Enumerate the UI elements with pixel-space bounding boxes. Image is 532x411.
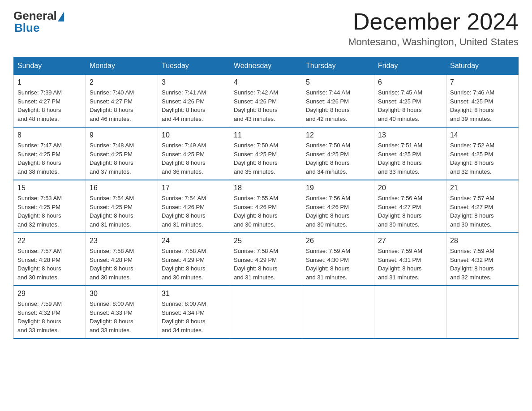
calendar-cell: 31 Sunrise: 8:00 AM Sunset: 4:34 PM Dayl… <box>158 286 230 338</box>
calendar-cell: 2 Sunrise: 7:40 AM Sunset: 4:27 PM Dayli… <box>86 75 158 128</box>
day-info: Sunrise: 8:00 AM Sunset: 4:34 PM Dayligh… <box>162 300 226 334</box>
day-number: 5 <box>306 78 370 86</box>
calendar-cell: 12 Sunrise: 7:50 AM Sunset: 4:25 PM Dayl… <box>302 127 374 180</box>
day-number: 15 <box>17 184 82 192</box>
header-monday: Monday <box>86 57 158 75</box>
day-number: 30 <box>90 290 154 298</box>
day-number: 3 <box>162 78 226 86</box>
day-number: 13 <box>378 131 442 139</box>
calendar-cell: 10 Sunrise: 7:49 AM Sunset: 4:25 PM Dayl… <box>158 127 230 180</box>
month-title: December 2024 <box>348 9 519 34</box>
day-number: 29 <box>17 290 82 298</box>
header-sunday: Sunday <box>14 57 86 75</box>
day-info: Sunrise: 7:59 AM Sunset: 4:32 PM Dayligh… <box>17 300 82 334</box>
calendar-cell: 7 Sunrise: 7:46 AM Sunset: 4:25 PM Dayli… <box>446 75 519 128</box>
day-info: Sunrise: 7:44 AM Sunset: 4:26 PM Dayligh… <box>306 88 370 123</box>
day-info: Sunrise: 7:46 AM Sunset: 4:25 PM Dayligh… <box>450 88 515 123</box>
week-row-2: 8 Sunrise: 7:47 AM Sunset: 4:25 PM Dayli… <box>14 127 519 180</box>
week-row-5: 29 Sunrise: 7:59 AM Sunset: 4:32 PM Dayl… <box>14 286 519 338</box>
day-info: Sunrise: 7:45 AM Sunset: 4:25 PM Dayligh… <box>378 88 442 123</box>
day-number: 23 <box>90 237 154 245</box>
day-number: 7 <box>450 78 515 86</box>
day-number: 26 <box>306 237 370 245</box>
title-section: December 2024 Montesano, Washington, Uni… <box>348 9 519 48</box>
day-number: 16 <box>90 184 154 192</box>
day-number: 1 <box>17 78 82 86</box>
day-info: Sunrise: 8:00 AM Sunset: 4:33 PM Dayligh… <box>90 300 154 334</box>
day-info: Sunrise: 7:57 AM Sunset: 4:28 PM Dayligh… <box>17 247 82 282</box>
calendar-cell: 4 Sunrise: 7:42 AM Sunset: 4:26 PM Dayli… <box>230 75 302 128</box>
header-friday: Friday <box>374 57 446 75</box>
calendar-cell: 28 Sunrise: 7:59 AM Sunset: 4:32 PM Dayl… <box>446 233 519 286</box>
calendar-table: SundayMondayTuesdayWednesdayThursdayFrid… <box>13 57 519 339</box>
calendar-cell: 13 Sunrise: 7:51 AM Sunset: 4:25 PM Dayl… <box>374 127 446 180</box>
page-header: General Blue December 2024 Montesano, Wa… <box>13 9 519 48</box>
header-saturday: Saturday <box>446 57 519 75</box>
day-info: Sunrise: 7:52 AM Sunset: 4:25 PM Dayligh… <box>450 141 515 176</box>
calendar-cell: 14 Sunrise: 7:52 AM Sunset: 4:25 PM Dayl… <box>446 127 519 180</box>
calendar-cell: 21 Sunrise: 7:57 AM Sunset: 4:27 PM Dayl… <box>446 180 519 233</box>
week-row-4: 22 Sunrise: 7:57 AM Sunset: 4:28 PM Dayl… <box>14 233 519 286</box>
header-thursday: Thursday <box>302 57 374 75</box>
day-info: Sunrise: 7:57 AM Sunset: 4:27 PM Dayligh… <box>450 194 515 229</box>
day-info: Sunrise: 7:59 AM Sunset: 4:31 PM Dayligh… <box>378 247 442 282</box>
day-number: 2 <box>90 78 154 86</box>
calendar-cell: 15 Sunrise: 7:53 AM Sunset: 4:25 PM Dayl… <box>14 180 86 233</box>
calendar-cell: 22 Sunrise: 7:57 AM Sunset: 4:28 PM Dayl… <box>14 233 86 286</box>
calendar-cell <box>302 286 374 338</box>
day-number: 24 <box>162 237 226 245</box>
day-info: Sunrise: 7:50 AM Sunset: 4:25 PM Dayligh… <box>234 141 298 176</box>
day-info: Sunrise: 7:53 AM Sunset: 4:25 PM Dayligh… <box>17 194 82 229</box>
day-info: Sunrise: 7:42 AM Sunset: 4:26 PM Dayligh… <box>234 88 298 123</box>
day-number: 6 <box>378 78 442 86</box>
day-number: 17 <box>162 184 226 192</box>
calendar-cell: 17 Sunrise: 7:54 AM Sunset: 4:26 PM Dayl… <box>158 180 230 233</box>
calendar-cell: 11 Sunrise: 7:50 AM Sunset: 4:25 PM Dayl… <box>230 127 302 180</box>
day-number: 25 <box>234 237 298 245</box>
week-row-3: 15 Sunrise: 7:53 AM Sunset: 4:25 PM Dayl… <box>14 180 519 233</box>
day-number: 8 <box>17 131 82 139</box>
day-info: Sunrise: 7:50 AM Sunset: 4:25 PM Dayligh… <box>306 141 370 176</box>
day-info: Sunrise: 7:49 AM Sunset: 4:25 PM Dayligh… <box>162 141 226 176</box>
day-info: Sunrise: 7:56 AM Sunset: 4:26 PM Dayligh… <box>306 194 370 229</box>
calendar-cell: 16 Sunrise: 7:54 AM Sunset: 4:25 PM Dayl… <box>86 180 158 233</box>
day-info: Sunrise: 7:51 AM Sunset: 4:25 PM Dayligh… <box>378 141 442 176</box>
day-info: Sunrise: 7:39 AM Sunset: 4:27 PM Dayligh… <box>17 88 82 123</box>
logo: General Blue <box>13 9 64 35</box>
logo-triangle-icon <box>58 12 64 21</box>
calendar-cell: 9 Sunrise: 7:48 AM Sunset: 4:25 PM Dayli… <box>86 127 158 180</box>
day-number: 28 <box>450 237 515 245</box>
logo-blue-text: Blue <box>14 21 39 35</box>
day-number: 22 <box>17 237 82 245</box>
day-info: Sunrise: 7:58 AM Sunset: 4:28 PM Dayligh… <box>90 247 154 282</box>
day-info: Sunrise: 7:47 AM Sunset: 4:25 PM Dayligh… <box>17 141 82 176</box>
location-title: Montesano, Washington, United States <box>348 36 519 48</box>
calendar-cell: 24 Sunrise: 7:58 AM Sunset: 4:29 PM Dayl… <box>158 233 230 286</box>
day-info: Sunrise: 7:56 AM Sunset: 4:27 PM Dayligh… <box>378 194 442 229</box>
calendar-cell: 27 Sunrise: 7:59 AM Sunset: 4:31 PM Dayl… <box>374 233 446 286</box>
day-info: Sunrise: 7:58 AM Sunset: 4:29 PM Dayligh… <box>234 247 298 282</box>
day-info: Sunrise: 7:41 AM Sunset: 4:26 PM Dayligh… <box>162 88 226 123</box>
day-info: Sunrise: 7:55 AM Sunset: 4:26 PM Dayligh… <box>234 194 298 229</box>
calendar-cell: 23 Sunrise: 7:58 AM Sunset: 4:28 PM Dayl… <box>86 233 158 286</box>
day-number: 19 <box>306 184 370 192</box>
day-number: 31 <box>162 290 226 298</box>
day-info: Sunrise: 7:54 AM Sunset: 4:25 PM Dayligh… <box>90 194 154 229</box>
calendar-cell: 8 Sunrise: 7:47 AM Sunset: 4:25 PM Dayli… <box>14 127 86 180</box>
calendar-cell: 1 Sunrise: 7:39 AM Sunset: 4:27 PM Dayli… <box>14 75 86 128</box>
day-info: Sunrise: 7:54 AM Sunset: 4:26 PM Dayligh… <box>162 194 226 229</box>
calendar-cell: 18 Sunrise: 7:55 AM Sunset: 4:26 PM Dayl… <box>230 180 302 233</box>
day-info: Sunrise: 7:58 AM Sunset: 4:29 PM Dayligh… <box>162 247 226 282</box>
day-number: 21 <box>450 184 515 192</box>
header-wednesday: Wednesday <box>230 57 302 75</box>
week-row-1: 1 Sunrise: 7:39 AM Sunset: 4:27 PM Dayli… <box>14 75 519 128</box>
day-number: 11 <box>234 131 298 139</box>
calendar-cell: 20 Sunrise: 7:56 AM Sunset: 4:27 PM Dayl… <box>374 180 446 233</box>
calendar-cell <box>374 286 446 338</box>
calendar-cell: 3 Sunrise: 7:41 AM Sunset: 4:26 PM Dayli… <box>158 75 230 128</box>
calendar-cell: 25 Sunrise: 7:58 AM Sunset: 4:29 PM Dayl… <box>230 233 302 286</box>
day-number: 27 <box>378 237 442 245</box>
day-info: Sunrise: 7:40 AM Sunset: 4:27 PM Dayligh… <box>90 88 154 123</box>
day-number: 4 <box>234 78 298 86</box>
day-info: Sunrise: 7:48 AM Sunset: 4:25 PM Dayligh… <box>90 141 154 176</box>
